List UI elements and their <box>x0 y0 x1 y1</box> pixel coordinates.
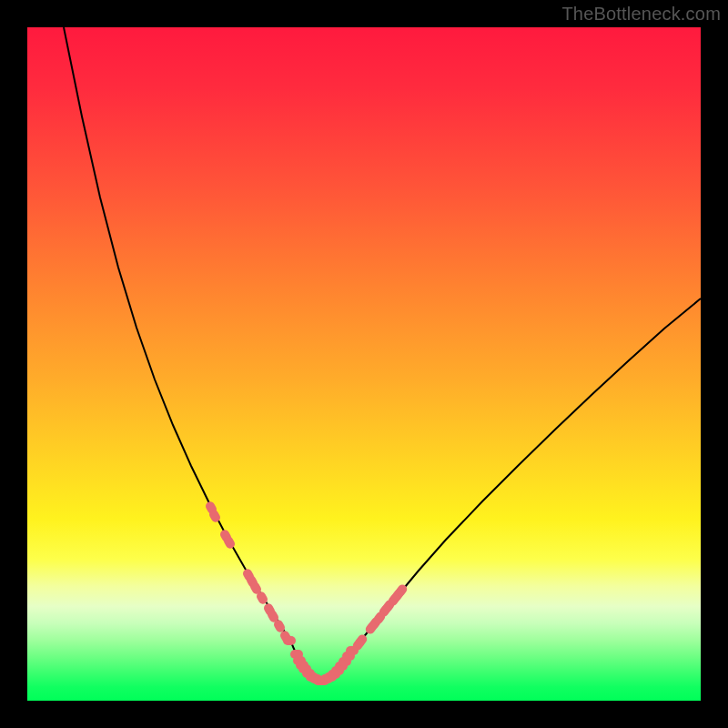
data-markers <box>204 500 409 685</box>
plot-area <box>27 27 701 701</box>
chart-frame: TheBottleneck.com <box>0 0 728 728</box>
data-marker <box>283 636 296 645</box>
right-bottleneck-curve <box>337 298 701 672</box>
curve-layer <box>27 27 701 701</box>
watermark-text: TheBottleneck.com <box>561 4 721 25</box>
left-bottleneck-curve <box>64 27 291 642</box>
data-marker <box>346 646 359 655</box>
